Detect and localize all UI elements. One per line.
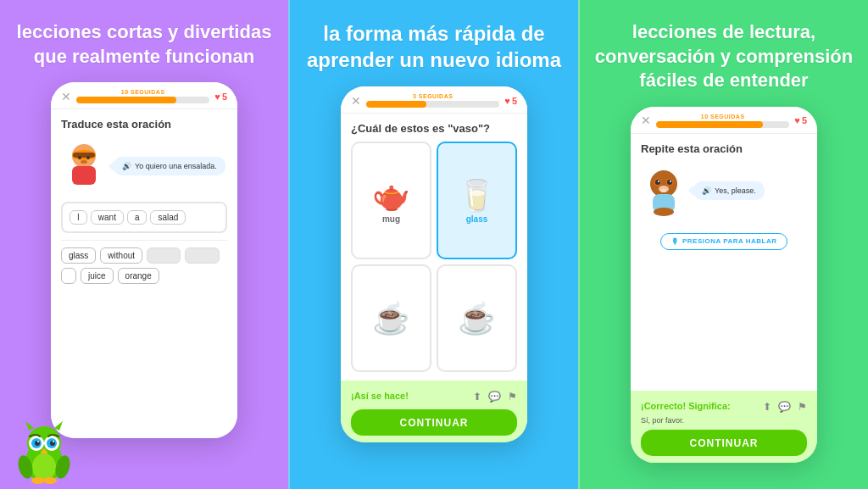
- svg-point-23: [31, 477, 45, 484]
- panel-2: la forma más rápida de aprender un nuevo…: [288, 0, 578, 489]
- phone-1-topbar: ✕ 10 SEGUIDAS ♥ 5: [51, 82, 237, 109]
- footer-actions-3: ⬆ 💬 ⚑: [763, 397, 807, 414]
- word-chip[interactable]: without: [100, 247, 142, 264]
- footer-actions-2: ⬆ 💬 ⚑: [473, 387, 517, 404]
- speak-button[interactable]: 🎙 PRESIONA PARA HABLAR: [660, 233, 788, 250]
- hearts-display: ♥ 5: [214, 92, 227, 102]
- phone-3-topbar: ✕ 10 SEGUIDAS ♥ 5: [631, 107, 817, 134]
- flag-icon-3[interactable]: ⚑: [798, 401, 807, 413]
- character-3: [641, 165, 687, 216]
- heart-icon-3: ♥: [794, 115, 800, 125]
- speak-label: PRESIONA PARA HABLAR: [682, 237, 776, 245]
- exercise-title-1: Traduce esta oración: [61, 118, 227, 131]
- speech-bubble-3: 🔊 Yes, please.: [693, 181, 765, 200]
- grid-cell-mug[interactable]: 🫖 mug: [351, 142, 431, 259]
- answer-word[interactable]: a: [127, 210, 147, 225]
- phone-1-content: Traduce esta oración 🔊: [51, 109, 237, 438]
- phone-3-content: Repite esta oración: [631, 134, 817, 391]
- char-area-1: 🔊 Yo quiero una ensalada.: [61, 141, 227, 192]
- svg-point-28: [655, 180, 660, 185]
- progress-bar-fill-2: [366, 101, 426, 108]
- continue-label-3: CONTINUAR: [690, 437, 759, 449]
- exercise-title-2: ¿Cuál de estos es "vaso"?: [351, 122, 517, 135]
- glass-emoji: 🥛: [458, 181, 496, 211]
- chat-icon[interactable]: 💬: [488, 391, 501, 403]
- close-icon-3[interactable]: ✕: [641, 114, 651, 127]
- panel-1: lecciones cortas y divertidas que realme…: [0, 0, 288, 489]
- svg-point-30: [658, 181, 659, 182]
- answer-word[interactable]: want: [91, 210, 124, 225]
- streak-label-3: 10 SEGUIDAS: [701, 114, 745, 119]
- word-chip[interactable]: orange: [118, 268, 159, 284]
- panel-3-title: lecciones de lectura, conversación y com…: [593, 20, 854, 93]
- grid-cell-glass[interactable]: 🥛 glass: [437, 142, 517, 259]
- hearts-count-2: 5: [512, 96, 517, 106]
- svg-marker-9: [25, 421, 34, 431]
- close-icon-2[interactable]: ✕: [351, 94, 361, 108]
- grid-cell-pot[interactable]: ☕: [437, 264, 517, 373]
- svg-rect-1: [72, 166, 96, 185]
- svg-point-19: [53, 441, 54, 442]
- flag-icon[interactable]: ⚑: [508, 391, 517, 403]
- word-chip-used: ____: [147, 247, 181, 264]
- speech-bubble-1: 🔊 Yo quiero una ensalada.: [114, 157, 225, 175]
- character-1: [61, 141, 107, 192]
- word-chip[interactable]: glass: [61, 247, 96, 264]
- phone-1: ✕ 10 SEGUIDAS ♥ 5 Traduce esta oración: [51, 82, 237, 438]
- panel-3: lecciones de lectura, conversación y com…: [578, 0, 868, 489]
- answer-word[interactable]: salad: [150, 210, 186, 225]
- svg-rect-33: [661, 189, 666, 192]
- word-chip-used: ____: [185, 247, 219, 264]
- hearts-count: 5: [222, 92, 227, 102]
- speak-btn-wrap: 🎙 PRESIONA PARA HABLAR: [641, 233, 807, 250]
- close-icon[interactable]: ✕: [61, 90, 71, 103]
- continue-btn-2[interactable]: CONTINUAR: [351, 409, 517, 436]
- phone-2-content: ¿Cuál de estos es "vaso"? 🫖 mug 🥛 glass …: [341, 114, 527, 381]
- svg-point-17: [50, 441, 55, 446]
- footer-correct-2: ¡Así se hace!: [351, 391, 409, 401]
- word-chip[interactable]: [61, 268, 76, 284]
- heart-icon: ♥: [214, 92, 220, 102]
- footer-sub-3: Sí, por favor.: [641, 416, 807, 425]
- progress-wrap: 10 SEGUIDAS: [76, 89, 209, 103]
- image-grid: 🫖 mug 🥛 glass ☕ ☕: [351, 142, 517, 372]
- phone-3: ✕ 10 SEGUIDAS ♥ 5 Repite esta oración: [631, 107, 817, 463]
- hearts-display-3: ♥ 5: [794, 115, 807, 125]
- chat-icon-3[interactable]: 💬: [778, 401, 791, 413]
- mug-label: mug: [382, 214, 400, 224]
- progress-wrap-3: 10 SEGUIDAS: [656, 114, 789, 128]
- progress-bar-bg-2: [366, 101, 499, 108]
- word-chip[interactable]: juice: [81, 268, 114, 284]
- speech-text-3: Yes, please.: [715, 186, 756, 195]
- phone-2-footer: ¡Así se hace! ⬆ 💬 ⚑ CONTINUAR: [341, 381, 527, 442]
- panel-1-title: lecciones cortas y divertidas que realme…: [14, 20, 275, 69]
- streak-label: 10 SEGUIDAS: [121, 89, 165, 95]
- continue-btn-3[interactable]: CONTINUAR: [641, 430, 807, 456]
- svg-marker-10: [54, 421, 63, 431]
- footer-correct-3: ¡Correcto! Significa:: [641, 401, 731, 411]
- phone-2: ✕ 3 SEGUIDAS ♥ 5 ¿Cuál de estos es "vaso…: [341, 86, 527, 442]
- svg-point-11: [32, 453, 56, 481]
- word-bank-1: glass without ____ ____ juice orange: [61, 240, 227, 284]
- share-icon-3[interactable]: ⬆: [763, 401, 771, 413]
- svg-rect-3: [73, 153, 95, 158]
- share-icon[interactable]: ⬆: [473, 391, 481, 403]
- hearts-count-3: 5: [802, 115, 807, 125]
- mug-emoji: 🫖: [372, 181, 410, 211]
- speech-text-1: Yo quiero una ensalada.: [135, 162, 217, 170]
- streak-label-2: 3 SEGUIDAS: [413, 93, 453, 99]
- coffee-emoji: ☕: [372, 303, 410, 334]
- grid-cell-coffee[interactable]: ☕: [351, 264, 431, 373]
- hearts-display-2: ♥ 5: [504, 96, 517, 106]
- exercise-title-3: Repite esta oración: [641, 142, 807, 155]
- answer-word[interactable]: I: [70, 210, 87, 225]
- svg-point-35: [654, 208, 674, 216]
- phone-2-topbar: ✕ 3 SEGUIDAS ♥ 5: [341, 86, 527, 114]
- svg-point-29: [667, 180, 672, 185]
- panel-2-title: la forma más rápida de aprender un nuevo…: [303, 20, 565, 73]
- svg-point-16: [35, 441, 40, 446]
- phone-3-footer: ¡Correcto! Significa: ⬆ 💬 ⚑ Sí, por favo…: [631, 391, 817, 463]
- heart-icon-2: ♥: [504, 96, 510, 106]
- progress-bar-bg-3: [656, 121, 789, 128]
- answer-area-1: I want a salad: [61, 202, 227, 233]
